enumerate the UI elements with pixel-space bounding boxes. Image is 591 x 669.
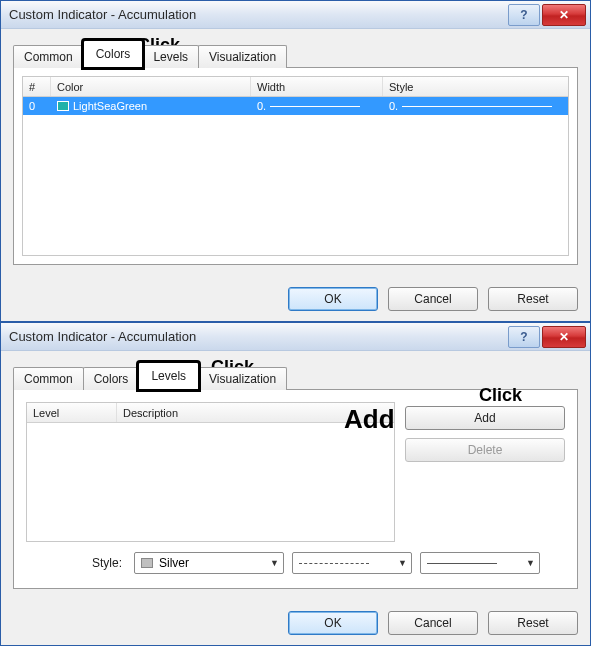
cancel-button[interactable]: Cancel (388, 287, 478, 311)
delete-button[interactable]: Delete (405, 438, 565, 462)
cancel-button[interactable]: Cancel (388, 611, 478, 635)
col-header-width[interactable]: Width (251, 77, 383, 96)
dashed-line-sample (299, 563, 369, 564)
tabstrip: Common Colors Levels Visualization (13, 39, 578, 67)
solid-line-sample (427, 563, 497, 564)
close-button[interactable]: ✕ (542, 4, 586, 26)
style-color-name: Silver (159, 556, 189, 570)
colors-grid[interactable]: # Color Width Style 0 LightSeaGreen 0. (22, 76, 569, 256)
dialog-footer: OK Cancel Reset (1, 601, 590, 645)
levels-panel: Click Add Level Description Add Delete S… (13, 389, 578, 589)
line-pattern-combo[interactable]: ▼ (292, 552, 412, 574)
grid-header: # Color Width Style (23, 77, 568, 97)
levels-grid[interactable]: Level Description (26, 402, 395, 542)
style-label: Style: (26, 556, 126, 570)
tab-common[interactable]: Common (13, 45, 84, 68)
add-button[interactable]: Add (405, 406, 565, 430)
tab-colors[interactable]: Colors (83, 40, 144, 68)
style-line-sample (402, 106, 552, 107)
ok-button[interactable]: OK (288, 611, 378, 635)
col-header-style[interactable]: Style (383, 77, 568, 96)
help-button[interactable]: ? (508, 4, 540, 26)
grid-row-0[interactable]: 0 LightSeaGreen 0. 0. (23, 97, 568, 115)
cell-color[interactable]: LightSeaGreen (51, 97, 251, 115)
titlebar[interactable]: Custom Indicator - Accumulation ? ✕ (1, 1, 590, 29)
tab-visualization[interactable]: Visualization (198, 367, 287, 390)
cell-style[interactable]: 0. (383, 97, 568, 115)
reset-button[interactable]: Reset (488, 287, 578, 311)
chevron-down-icon: ▼ (270, 558, 279, 568)
window-title: Custom Indicator - Accumulation (9, 7, 508, 22)
style-color-combo[interactable]: Silver ▼ (134, 552, 284, 574)
help-button[interactable]: ? (508, 326, 540, 348)
close-icon: ✕ (559, 330, 569, 344)
close-icon: ✕ (559, 8, 569, 22)
dialog-footer: OK Cancel Reset (1, 277, 590, 321)
tab-visualization[interactable]: Visualization (198, 45, 287, 68)
width-line-sample (270, 106, 360, 107)
cell-color-name: LightSeaGreen (73, 100, 147, 112)
color-swatch (57, 101, 69, 111)
chevron-down-icon: ▼ (526, 558, 535, 568)
levels-grid-header: Level Description (27, 403, 394, 423)
cell-width[interactable]: 0. (251, 97, 383, 115)
col-header-number[interactable]: # (23, 77, 51, 96)
tab-levels[interactable]: Levels (142, 45, 199, 68)
ok-button[interactable]: OK (288, 287, 378, 311)
col-header-description[interactable]: Description (117, 403, 394, 422)
cell-style-label: 0. (389, 100, 398, 112)
window-title: Custom Indicator - Accumulation (9, 329, 508, 344)
colors-panel: # Color Width Style 0 LightSeaGreen 0. (13, 67, 578, 265)
silver-swatch (141, 558, 153, 568)
titlebar[interactable]: Custom Indicator - Accumulation ? ✕ (1, 323, 590, 351)
line-width-combo[interactable]: ▼ (420, 552, 540, 574)
reset-button[interactable]: Reset (488, 611, 578, 635)
chevron-down-icon: ▼ (398, 558, 407, 568)
close-button[interactable]: ✕ (542, 326, 586, 348)
dialog-levels: Custom Indicator - Accumulation ? ✕ Clic… (0, 322, 591, 646)
tab-levels[interactable]: Levels (138, 362, 199, 390)
dialog-colors: Custom Indicator - Accumulation ? ✕ Clic… (0, 0, 591, 322)
tabstrip: Common Colors Levels Visualization (13, 361, 578, 389)
style-row: Style: Silver ▼ ▼ ▼ (26, 552, 565, 574)
col-header-color[interactable]: Color (51, 77, 251, 96)
tab-colors[interactable]: Colors (83, 367, 140, 390)
cell-width-label: 0. (257, 100, 266, 112)
col-header-level[interactable]: Level (27, 403, 117, 422)
tab-common[interactable]: Common (13, 367, 84, 390)
cell-num: 0 (23, 97, 51, 115)
